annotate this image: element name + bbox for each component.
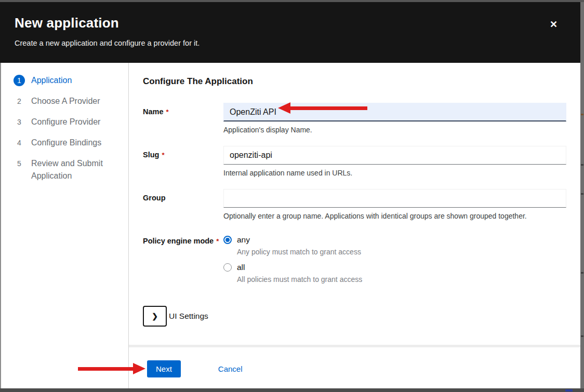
form-row-slug: Slug* Internal application name used in … — [143, 146, 566, 177]
slug-field-label: Slug* — [143, 146, 223, 177]
backdrop-bottom-strip — [0, 388, 584, 392]
close-icon[interactable]: ✕ — [548, 18, 560, 31]
form-row-name: Name* Application's display Name. — [143, 103, 566, 134]
backdrop-text-fragment — [565, 389, 573, 391]
wizard-main: Configure The Application Name* Applicat… — [129, 63, 580, 388]
radio-any-helper: Any policy must match to grant access — [237, 248, 566, 256]
group-field[interactable] — [223, 189, 566, 208]
name-field[interactable] — [223, 103, 566, 121]
wizard-step-configure-bindings[interactable]: 4 Configure Bindings — [0, 132, 128, 153]
form-row-group: Group Optionally enter a group name. App… — [143, 189, 566, 220]
wizard-step-review-submit[interactable]: 5 Review and Submit Application — [0, 153, 128, 186]
radio-any[interactable] — [223, 236, 232, 244]
backdrop-left-strip — [0, 63, 1, 388]
step-number: 5 — [14, 158, 25, 169]
step-label: Application — [31, 74, 72, 87]
ui-settings-label: UI Settings — [169, 312, 208, 321]
radio-all[interactable] — [223, 263, 232, 272]
modal-subtitle: Create a new application and configure a… — [15, 39, 549, 47]
modal-body: 1 Application 2 Choose A Provider 3 Conf… — [0, 63, 580, 388]
name-field-label: Name* — [143, 103, 223, 134]
policy-engine-mode-label: Policy engine mode* — [143, 232, 223, 290]
policy-mode-option-any: any Any policy must match to grant acces… — [223, 235, 566, 256]
new-application-modal: New application Create a new application… — [0, 2, 580, 388]
required-asterisk: * — [216, 237, 219, 245]
required-asterisk: * — [166, 108, 169, 116]
step-label: Choose A Provider — [31, 95, 100, 107]
name-field-helper: Application's display Name. — [223, 126, 566, 134]
step-number: 3 — [14, 116, 25, 128]
wizard-step-configure-provider[interactable]: 3 Configure Provider — [0, 112, 128, 132]
form-row-policy-engine-mode: Policy engine mode* any Any policy must … — [143, 232, 566, 290]
step-label: Review and Submit Application — [31, 157, 121, 182]
wizard-step-choose-provider[interactable]: 2 Choose A Provider — [0, 91, 128, 112]
chevron-right-icon: ❯ — [152, 312, 158, 320]
step-number: 2 — [14, 96, 25, 107]
policy-mode-option-all: all All policies must match to grant acc… — [223, 263, 566, 283]
step-number: 1 — [14, 75, 25, 86]
slug-field[interactable] — [223, 146, 566, 165]
required-asterisk: * — [162, 151, 164, 159]
radio-all-label[interactable]: all — [237, 263, 245, 272]
radio-all-helper: All policies must match to grant access — [237, 275, 566, 283]
radio-any-label[interactable]: any — [237, 235, 250, 245]
modal-header: New application Create a new application… — [0, 2, 580, 63]
slug-field-helper: Internal application name used in URLs. — [223, 169, 566, 177]
modal-title: New application — [15, 15, 549, 31]
wizard-content: Configure The Application Name* Applicat… — [129, 63, 580, 345]
wizard-step-nav: 1 Application 2 Choose A Provider 3 Conf… — [0, 63, 129, 388]
group-field-helper: Optionally enter a group name. Applicati… — [223, 212, 566, 220]
step-label: Configure Bindings — [31, 137, 101, 149]
backdrop-top-strip — [0, 0, 584, 2]
page-title: Configure The Application — [143, 76, 566, 87]
wizard-step-application[interactable]: 1 Application — [0, 70, 128, 91]
wizard-footer: Next Cancel — [129, 347, 580, 388]
ui-settings-section: ❯ UI Settings — [143, 306, 566, 327]
backdrop-right-strip — [580, 2, 584, 392]
step-label: Configure Provider — [31, 116, 100, 128]
ui-settings-expand-button[interactable]: ❯ — [143, 306, 167, 327]
next-button[interactable]: Next — [147, 360, 181, 377]
cancel-button[interactable]: Cancel — [218, 360, 243, 373]
step-number: 4 — [14, 137, 25, 148]
screen: New application Create a new application… — [0, 0, 584, 392]
group-field-label: Group — [143, 189, 223, 220]
